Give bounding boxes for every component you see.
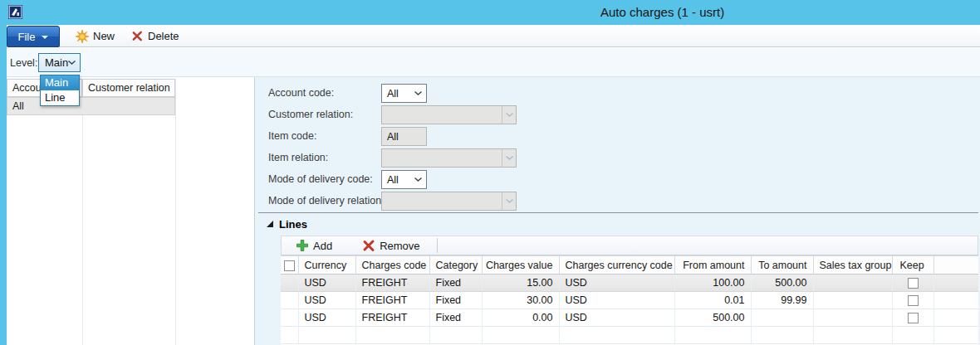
chevron-down-icon [502,192,516,210]
cell-keep [892,309,933,327]
mode-of-delivery-relation-label: Mode of delivery relation: [268,192,385,211]
empty-cell [933,327,978,344]
cell-charges-currency-code[interactable]: USD [559,309,674,327]
empty-cell [892,327,933,344]
column-header-charges-currency-code[interactable]: Charges currency code [559,256,674,275]
cell-charges-code[interactable]: FREIGHT [355,292,429,309]
item-relation-label: Item relation: [268,148,328,168]
mode-of-delivery-code-label: Mode of delivery code: [268,170,373,189]
column-header-customer-relation[interactable]: Customer relation [82,79,175,97]
cell-currency[interactable]: USD [298,292,355,309]
cell-filler [933,275,978,292]
column-header-to-amount[interactable]: To amount [751,256,813,275]
cell-from-amount[interactable]: 0.01 [674,292,751,309]
cell-charges-currency-code[interactable]: USD [559,292,674,309]
select-all-header[interactable] [281,256,298,275]
remove-button[interactable]: Remove [362,239,419,252]
account-code-label: Account code: [268,84,334,103]
grid-column-line [82,79,83,345]
cell-to-amount[interactable] [751,309,813,327]
empty-cell [482,327,559,344]
new-button[interactable]: New [76,27,115,45]
add-plus-icon [296,239,309,252]
delete-button[interactable]: Delete [131,27,179,45]
window-titlebar: Auto charges (1 - usrt) [0,0,980,25]
cell-charges-currency-code[interactable]: USD [559,275,674,292]
lines-grid: Currency Charges code Category Charges v… [281,255,978,345]
lines-toolbar: Add Remove [281,236,978,255]
level-bar: Level: Main [7,48,980,77]
row-selector[interactable] [281,309,298,327]
dropdown-option-main[interactable]: Main [41,75,79,90]
column-header-category[interactable]: Category [429,256,482,275]
column-header-currency[interactable]: Currency [298,256,355,275]
cell-sales-tax-group[interactable] [813,309,892,327]
lines-group-header[interactable]: Lines [267,216,307,231]
empty-cell [751,327,813,344]
app-icon [8,5,22,19]
cell-from-amount[interactable]: 100.00 [674,275,751,292]
cell-charges-value[interactable]: 30.00 [482,292,559,309]
mode-of-delivery-code-dropdown[interactable]: All [381,170,427,189]
column-header-charges-code[interactable]: Charges code [355,256,429,275]
column-filler [933,256,978,275]
section-divider [258,212,978,213]
account-code-dropdown[interactable]: All [381,84,427,103]
column-header-from-amount[interactable]: From amount [674,256,751,275]
cell-category[interactable]: Fixed [429,309,482,327]
cell-from-amount[interactable]: 500.00 [674,309,751,327]
cell-charges-code[interactable]: FREIGHT [355,275,429,292]
item-code-value: All [387,131,399,143]
level-dropdown[interactable]: Main [38,53,81,72]
cell-charges-value[interactable]: 0.00 [482,309,559,327]
keep-checkbox[interactable] [908,313,919,323]
cell-category[interactable]: Fixed [429,292,482,309]
level-dropdown-popup: Main Line [40,75,80,106]
keep-checkbox[interactable] [908,278,919,289]
empty-cell [559,327,674,344]
lines-group-title: Lines [279,218,307,231]
grid-header-row: Currency Charges code Category Charges v… [281,256,978,275]
level-label: Level: [10,57,37,69]
delete-button-label: Delete [148,30,179,42]
chevron-down-icon [414,177,422,182]
cell-sales-tax-group[interactable] [813,292,892,309]
select-all-checkbox[interactable] [284,260,295,271]
item-code-label: Item code: [268,127,316,146]
cell-to-amount[interactable]: 99.99 [751,292,813,309]
new-button-label: New [93,30,115,42]
dropdown-option-line[interactable]: Line [41,90,79,105]
cell-sales-tax-group[interactable] [813,275,892,292]
customer-relation-field [381,105,517,124]
account-grid-panel: Account code Customer relation All [7,77,254,345]
cell-customer-relation[interactable] [83,98,174,114]
cell-filler [933,292,978,309]
new-sunburst-icon [76,30,89,43]
keep-checkbox[interactable] [908,295,919,306]
table-row: USD FREIGHT Fixed 30.00 USD 0.01 99.99 [281,292,978,309]
column-header-sales-tax-group[interactable]: Sales tax group [813,256,892,275]
file-menu-button[interactable]: File [7,26,60,47]
column-header-charges-value[interactable]: Charges value [482,256,559,275]
cell-charges-value[interactable]: 15.00 [482,275,559,292]
grid-column-line [175,79,176,345]
row-selector[interactable] [281,275,298,292]
row-selector[interactable] [281,292,298,309]
empty-cell [355,327,429,344]
cell-currency[interactable]: USD [298,309,355,327]
window-title: Auto charges (1 - usrt) [600,5,724,19]
window-border [0,25,7,345]
cell-currency[interactable]: USD [298,275,355,292]
add-button[interactable]: Add [296,239,332,252]
level-dropdown-value: Main [45,56,68,69]
cell-charges-code[interactable]: FREIGHT [355,309,429,327]
table-row[interactable]: All [7,97,175,115]
cell-category[interactable]: Fixed [429,275,482,292]
cell-to-amount[interactable]: 500.00 [751,275,813,292]
chevron-down-icon [414,91,422,95]
column-header-keep[interactable]: Keep [892,256,933,275]
empty-row [281,327,978,344]
account-code-value: All [387,88,399,100]
cell-filler [933,309,978,327]
chevron-down-icon [502,149,516,167]
